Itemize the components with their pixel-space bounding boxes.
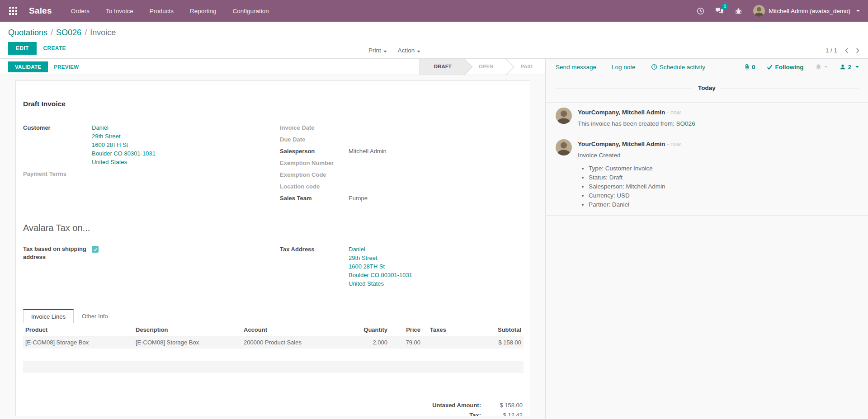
form-view: VALIDATE PREVIEW DRAFTOPENPAID Draft Inv… [0, 59, 545, 419]
apps-grid-icon[interactable] [6, 4, 20, 18]
action-caret-icon [417, 51, 420, 52]
cell-price[interactable]: 79.00 [390, 336, 423, 349]
nav-menu-orders[interactable]: Orders [71, 8, 90, 14]
message-timestamp: - now [667, 109, 681, 116]
shipping-address-checkbox[interactable] [92, 246, 99, 253]
print-dropdown[interactable]: Print [368, 47, 387, 54]
action-dropdown[interactable]: Action [398, 47, 421, 54]
validate-button[interactable]: VALIDATE [8, 61, 48, 72]
customer-address-line[interactable]: 29th Street [92, 132, 156, 141]
pager-value[interactable]: 1 / 1 [826, 47, 837, 54]
tax-label: Tax: [469, 412, 481, 416]
attachment-count: 0 [752, 64, 755, 71]
column-header-quantity: Quantity [350, 323, 390, 336]
cell-account[interactable]: 200000 Product Sales [241, 336, 350, 349]
send-message-button[interactable]: Send message [556, 64, 596, 71]
empty-cell [473, 361, 524, 373]
field-exemption-number: Exemption Number [280, 159, 523, 167]
user-photo [556, 139, 572, 155]
cell-taxes[interactable] [423, 336, 473, 349]
nav-menu-products[interactable]: Products [150, 8, 174, 14]
nav-menu-configuration[interactable]: Configuration [233, 8, 269, 14]
invoice-sheet: Draft Invoice Customer Daniel29th Street… [15, 80, 530, 416]
empty-line-row [23, 348, 524, 361]
tax-address-line[interactable]: 29th Street [349, 254, 412, 262]
empty-cell [23, 361, 133, 373]
tab-other-info[interactable]: Other Info [74, 309, 116, 323]
edit-button[interactable]: EDIT [8, 42, 37, 55]
sales-team-label: Sales Team [280, 194, 349, 202]
customer-address-line[interactable]: 1600 28TH St [92, 141, 156, 149]
invoice-line-row[interactable]: [E-COM08] Storage Box[E-COM08] Storage B… [23, 336, 524, 349]
pager-next-icon[interactable] [856, 47, 860, 54]
column-header-description: Description [133, 323, 241, 336]
customer-address-line[interactable]: United States [92, 158, 156, 166]
tax-address-line[interactable]: United States [349, 279, 412, 288]
nav-menu-reporting[interactable]: Reporting [190, 8, 217, 14]
user-menu[interactable]: Mitchell Admin (avatax_demo) [753, 5, 860, 17]
paperclip-icon [744, 64, 750, 70]
message-timestamp: - now [667, 141, 681, 147]
empty-cell [133, 373, 241, 385]
statusbar: DRAFTOPENPAID [419, 59, 545, 75]
followers-button[interactable]: 2 [840, 64, 859, 71]
create-button[interactable]: CREATE [37, 42, 73, 55]
customer-address-line[interactable]: Boulder CO 80301-1031 [92, 149, 156, 158]
breadcrumb-link-so026[interactable]: SO026 [56, 28, 81, 37]
sales-team-value[interactable]: Europe [349, 194, 368, 202]
empty-cell [23, 373, 133, 385]
field-customer: Customer Daniel29th Street1600 28TH StBo… [23, 123, 280, 166]
untaxed-amount-row: Untaxed Amount: $ 158.00 [422, 402, 523, 409]
preview-button[interactable]: PREVIEW [48, 61, 85, 72]
message-detail-item: Partner: Daniel [589, 200, 859, 209]
field-location-code: Location code [280, 182, 523, 191]
attachments-button[interactable]: 0 [744, 64, 755, 71]
schedule-activity-button[interactable]: Schedule activity [651, 64, 705, 71]
empty-cell [350, 373, 390, 385]
message-body: YourCompany, Mitchell Admin- nowInvoice … [578, 139, 859, 209]
empty-cell [473, 348, 524, 361]
cell-description[interactable]: [E-COM08] Storage Box [133, 336, 241, 349]
tax-address-line[interactable]: Boulder CO 80301-1031 [349, 271, 412, 279]
nav-menu-to-invoice[interactable]: To Invoice [106, 8, 133, 14]
message-record-link[interactable]: SO026 [676, 120, 695, 127]
bell-caret-icon [824, 66, 828, 68]
column-header-price: Price [390, 323, 423, 336]
customer-address-line[interactable]: Daniel [92, 123, 156, 132]
cell-product[interactable]: [E-COM08] Storage Box [23, 336, 133, 349]
empty-cell [133, 361, 241, 373]
salesperson-value[interactable]: Mitchell Admin [349, 147, 387, 155]
tax-address-line[interactable]: Daniel [349, 245, 412, 254]
message-author[interactable]: YourCompany, Mitchell Admin [578, 109, 665, 116]
tab-invoice-lines[interactable]: Invoice Lines [23, 309, 74, 323]
message-body: YourCompany, Mitchell Admin- nowThis inv… [578, 108, 859, 128]
notification-bell-toggle[interactable] [815, 64, 828, 71]
status-step-draft[interactable]: DRAFT [420, 59, 464, 75]
follower-count: 2 [848, 64, 851, 71]
breadcrumb-link-quotations[interactable]: Quotations [8, 28, 47, 37]
message-detail-item: Currency: USD [589, 191, 859, 200]
nav-menus: OrdersTo InvoiceProductsReportingConfigu… [71, 8, 269, 14]
untaxed-amount-value: $ 158.00 [481, 402, 523, 409]
breadcrumb: Quotations/SO026/Invoice [8, 27, 860, 38]
pager-previous-icon[interactable] [844, 47, 849, 54]
user-menu-caret-icon [856, 10, 860, 12]
tax-address-value: Daniel29th Street1600 28TH StBoulder CO … [349, 245, 412, 288]
chatter-toolbar: Send message Log note Schedule activity … [546, 59, 868, 75]
following-button[interactable]: Following [767, 64, 803, 71]
empty-cell [350, 348, 390, 361]
user-photo [753, 5, 765, 17]
tax-address-line[interactable]: 1600 28TH St [349, 262, 412, 271]
debug-bug-icon[interactable] [735, 7, 742, 15]
field-due-date: Due Date [280, 135, 523, 144]
user-name: Mitchell Admin (avatax_demo) [769, 8, 850, 14]
message-author[interactable]: YourCompany, Mitchell Admin [578, 141, 665, 147]
check-icon [767, 64, 773, 70]
activities-clock-icon[interactable] [697, 7, 704, 15]
column-header-taxes: Taxes [423, 323, 473, 336]
app-name[interactable]: Sales [29, 6, 52, 16]
log-note-button[interactable]: Log note [612, 64, 636, 71]
cell-quantity[interactable]: 2.000 [350, 336, 390, 349]
cell-subtotal[interactable]: $ 158.00 [473, 336, 524, 349]
messages-icon[interactable]: 1 [715, 7, 724, 14]
